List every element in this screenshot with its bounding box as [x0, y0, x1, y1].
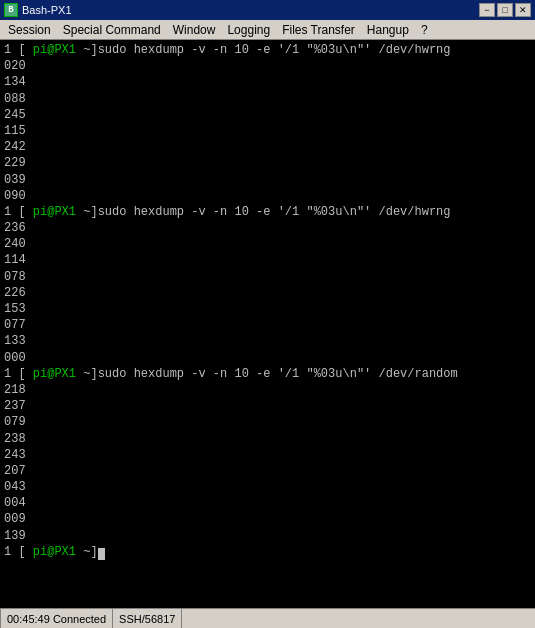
terminal-line: 226: [4, 285, 531, 301]
terminal-line: 000: [4, 350, 531, 366]
terminal-line: 236: [4, 220, 531, 236]
prompt-user: pi@PX1: [33, 205, 76, 219]
window-controls: − □ ✕: [479, 3, 531, 17]
menu-item-window[interactable]: Window: [167, 21, 222, 39]
terminal-line: 245: [4, 107, 531, 123]
prompt-cmd: ~]sudo hexdump -v -n 10 -e '/1 "%03u\n"'…: [76, 205, 450, 219]
menu-item-files-transfer[interactable]: Files Transfer: [276, 21, 361, 39]
terminal-line: 1 [ pi@PX1 ~]sudo hexdump -v -n 10 -e '/…: [4, 366, 531, 382]
terminal-line: 039: [4, 172, 531, 188]
terminal-line: 243: [4, 447, 531, 463]
terminal-line: 1 [ pi@PX1 ~]sudo hexdump -v -n 10 -e '/…: [4, 42, 531, 58]
status-session: SSH/56817: [113, 609, 182, 628]
terminal-line: 088: [4, 91, 531, 107]
menu-item-special-command[interactable]: Special Command: [57, 21, 167, 39]
prompt-prefix: 1 [: [4, 545, 33, 559]
status-time: 00:45:49 Connected: [0, 609, 113, 628]
menu-item-hangup[interactable]: Hangup: [361, 21, 415, 39]
terminal-line: 077: [4, 317, 531, 333]
terminal-line: 043: [4, 479, 531, 495]
terminal-line: 079: [4, 414, 531, 430]
terminal-line: 090: [4, 188, 531, 204]
terminal-line: 115: [4, 123, 531, 139]
terminal-line: 207: [4, 463, 531, 479]
maximize-button[interactable]: □: [497, 3, 513, 17]
menu-item-session[interactable]: Session: [2, 21, 57, 39]
prompt-user: pi@PX1: [33, 545, 76, 559]
terminal-line: 153: [4, 301, 531, 317]
prompt-cmd: ~]sudo hexdump -v -n 10 -e '/1 "%03u\n"'…: [76, 367, 458, 381]
terminal-line: 238: [4, 431, 531, 447]
app-icon: B: [4, 3, 18, 17]
prompt-prefix: 1 [: [4, 205, 33, 219]
prompt-prefix: 1 [: [4, 367, 33, 381]
close-button[interactable]: ✕: [515, 3, 531, 17]
terminal-line: 1 [ pi@PX1 ~]sudo hexdump -v -n 10 -e '/…: [4, 204, 531, 220]
terminal-line: 004: [4, 495, 531, 511]
terminal-line: 133: [4, 333, 531, 349]
terminal-line: 139: [4, 528, 531, 544]
terminal-output[interactable]: 1 [ pi@PX1 ~]sudo hexdump -v -n 10 -e '/…: [0, 40, 535, 618]
terminal-line: 237: [4, 398, 531, 414]
cursor: [98, 548, 105, 560]
minimize-button[interactable]: −: [479, 3, 495, 17]
menu-bar: SessionSpecial CommandWindowLoggingFiles…: [0, 20, 535, 40]
terminal-line: 240: [4, 236, 531, 252]
menu-item-?[interactable]: ?: [415, 21, 434, 39]
terminal-line: 229: [4, 155, 531, 171]
terminal-line: 020: [4, 58, 531, 74]
terminal-line: 242: [4, 139, 531, 155]
prompt-prefix: 1 [: [4, 43, 33, 57]
terminal-line: 114: [4, 252, 531, 268]
window-title: Bash-PX1: [22, 4, 475, 16]
terminal-line: 078: [4, 269, 531, 285]
status-bar: 00:45:49 Connected SSH/56817: [0, 608, 535, 628]
prompt-cmd: ~]: [76, 545, 98, 559]
terminal-line: 134: [4, 74, 531, 90]
title-bar: B Bash-PX1 − □ ✕: [0, 0, 535, 20]
prompt-user: pi@PX1: [33, 367, 76, 381]
prompt-user: pi@PX1: [33, 43, 76, 57]
terminal-line: 009: [4, 511, 531, 527]
terminal-line: 218: [4, 382, 531, 398]
terminal-line: 1 [ pi@PX1 ~]: [4, 544, 531, 560]
prompt-cmd: ~]sudo hexdump -v -n 10 -e '/1 "%03u\n"'…: [76, 43, 450, 57]
menu-item-logging[interactable]: Logging: [221, 21, 276, 39]
